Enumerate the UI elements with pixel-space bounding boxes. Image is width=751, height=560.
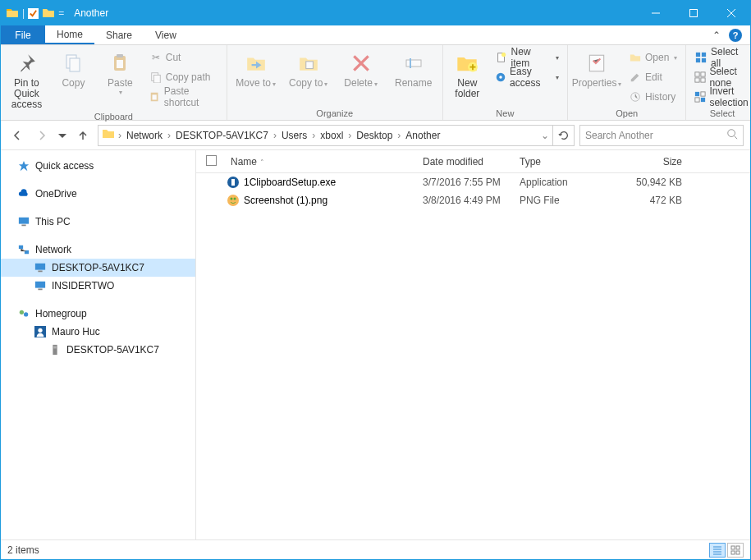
qat-dropdown-icon[interactable]: = (58, 7, 64, 19)
easy-access-icon (495, 71, 506, 84)
nav-network-insidertwo[interactable]: INSIDERTWO (1, 277, 195, 295)
copy-path-button[interactable]: Copy path (146, 68, 222, 86)
select-none-button[interactable]: Select none (691, 68, 751, 86)
delete-button[interactable]: Delete▾ (337, 47, 385, 90)
properties-button[interactable]: Properties▾ (573, 47, 620, 90)
nav-quick-access[interactable]: Quick access (1, 157, 195, 175)
address-bar[interactable]: › Network› DESKTOP-5AV1KC7› Users› xboxl… (98, 125, 553, 146)
view-large-icons-button[interactable] (727, 543, 744, 558)
ribbon-collapse-icon[interactable]: ⌃ (712, 30, 721, 41)
qat-checkbox-icon[interactable] (28, 8, 39, 19)
cut-icon: ✂ (149, 51, 163, 64)
address-dropdown-icon[interactable]: ⌄ (541, 130, 549, 141)
new-item-button[interactable]: New item▾ (492, 48, 562, 67)
breadcrumb-desktop5av[interactable]: DESKTOP-5AV1KC7 (174, 130, 270, 141)
copy-path-icon (149, 71, 163, 84)
svg-point-14 (501, 53, 506, 57)
svg-rect-0 (690, 10, 698, 17)
minimize-button[interactable] (637, 1, 675, 25)
navigation-pane[interactable]: Quick access OneDrive This PC Network DE… (1, 150, 196, 539)
paste-shortcut-button[interactable]: Paste shortcut (146, 88, 222, 106)
refresh-button[interactable] (553, 125, 575, 146)
address-folder-icon (102, 127, 115, 143)
cut-button[interactable]: ✂Cut (146, 48, 222, 67)
breadcrumb-network[interactable]: Network (125, 130, 164, 141)
nav-hg-desktop5av[interactable]: DESKTOP-5AV1KC7 (1, 341, 195, 359)
close-button[interactable] (712, 1, 750, 25)
svg-rect-46 (53, 347, 57, 348)
breadcrumb-sep[interactable]: › (117, 130, 123, 141)
edit-button[interactable]: Edit (625, 68, 680, 86)
rename-button[interactable]: Rename (390, 47, 437, 89)
breadcrumb-xboxl[interactable]: xboxl (318, 130, 345, 141)
breadcrumb-another[interactable]: Another (404, 130, 442, 141)
svg-rect-29 (695, 98, 699, 102)
search-input[interactable]: Search Another (579, 125, 744, 146)
column-size[interactable]: Size (616, 156, 690, 168)
move-to-button[interactable]: Move to▾ (232, 47, 280, 90)
maximize-button[interactable] (675, 1, 712, 25)
file-row[interactable]: 1ClipboardSetup.exe 3/7/2016 7:55 PM App… (196, 173, 750, 191)
view-tab[interactable]: View (144, 25, 188, 44)
select-all-button[interactable]: Select all (691, 48, 751, 67)
column-name[interactable]: Name˄ (226, 156, 423, 168)
new-folder-button[interactable]: New folder (448, 47, 487, 99)
svg-rect-2 (70, 58, 80, 71)
window-title: Another (74, 7, 108, 19)
copy-button[interactable]: Copy (53, 47, 94, 89)
pin-quick-access-button[interactable]: Pin to Quick access (6, 47, 48, 110)
nav-forward-button[interactable] (32, 126, 52, 145)
group-label-select: Select (691, 107, 751, 120)
svg-point-50 (234, 198, 236, 200)
move-to-icon (243, 50, 269, 76)
select-none-icon (694, 71, 706, 84)
nav-hg-mauro[interactable]: Mauro Huc (1, 323, 195, 341)
column-date[interactable]: Date modified (423, 156, 520, 168)
open-button[interactable]: Open▾ (625, 48, 680, 67)
svg-point-31 (728, 130, 735, 137)
easy-access-button[interactable]: Easy access▾ (492, 68, 562, 86)
file-tab[interactable]: File (1, 25, 45, 44)
svg-rect-37 (38, 271, 42, 273)
qat-folder-icon[interactable] (42, 7, 55, 20)
svg-rect-26 (701, 78, 705, 82)
copy-icon (60, 50, 86, 76)
file-row[interactable]: Screenshot (1).png 3/8/2016 4:49 PM PNG … (196, 191, 750, 209)
breadcrumb-desktop[interactable]: Desktop (355, 130, 394, 141)
history-button[interactable]: History (625, 88, 680, 106)
svg-rect-21 (696, 58, 700, 62)
select-all-checkbox[interactable] (206, 155, 217, 166)
nav-recent-button[interactable] (57, 126, 68, 145)
svg-rect-36 (35, 264, 45, 270)
copy-to-button[interactable]: Copy to▾ (285, 47, 332, 90)
invert-selection-icon (694, 90, 706, 103)
user-icon (34, 325, 47, 338)
nav-homegroup[interactable]: Homegroup (1, 305, 195, 323)
paste-icon (107, 50, 133, 76)
svg-rect-9 (152, 94, 156, 99)
nav-back-button[interactable] (7, 126, 27, 145)
nav-up-button[interactable] (73, 126, 93, 145)
column-type[interactable]: Type (520, 156, 616, 168)
svg-point-48 (227, 195, 239, 206)
nav-network[interactable]: Network (1, 241, 195, 259)
app-folder-icon (6, 7, 19, 20)
nav-network-desktop5av[interactable]: DESKTOP-5AV1KC7 (1, 259, 195, 277)
share-tab[interactable]: Share (94, 25, 144, 44)
paste-button[interactable]: Paste ▾ (99, 47, 141, 96)
home-tab[interactable]: Home (45, 25, 94, 44)
svg-rect-11 (406, 60, 421, 67)
new-item-icon (495, 51, 508, 64)
help-icon[interactable]: ? (729, 29, 742, 42)
breadcrumb-users[interactable]: Users (280, 130, 309, 141)
svg-rect-53 (731, 551, 735, 554)
group-label-organize: Organize (232, 107, 437, 120)
nav-onedrive[interactable]: OneDrive (1, 185, 195, 203)
svg-rect-51 (731, 546, 735, 549)
new-folder-icon (454, 50, 480, 76)
view-details-button[interactable] (709, 543, 726, 558)
nav-this-pc[interactable]: This PC (1, 213, 195, 231)
invert-selection-button[interactable]: Invert selection (691, 88, 751, 106)
svg-rect-38 (35, 282, 45, 288)
svg-rect-39 (38, 289, 42, 291)
